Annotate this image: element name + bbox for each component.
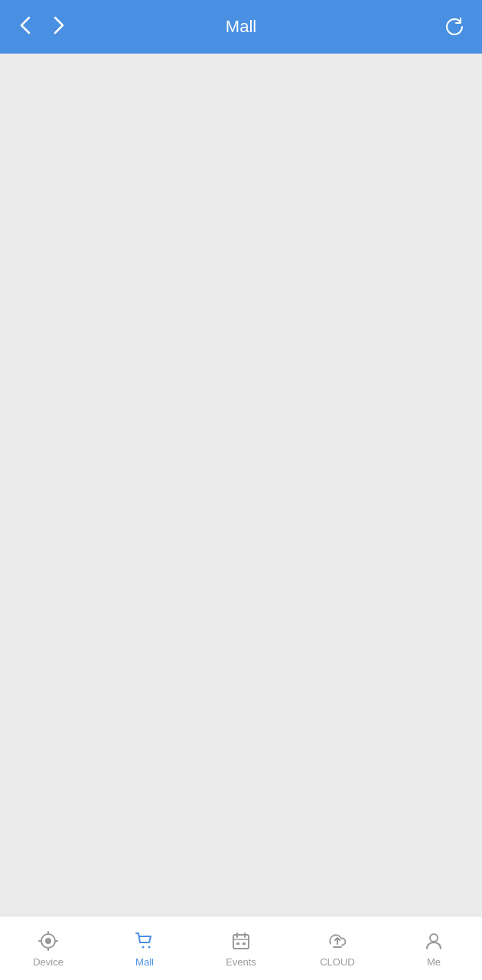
svg-point-7 [148, 946, 151, 948]
tab-cloud[interactable]: CLOUD [289, 916, 386, 980]
tab-me-label: Me [427, 956, 441, 968]
tab-bar: Device Mall Events [0, 916, 482, 980]
refresh-button[interactable] [441, 13, 468, 41]
svg-rect-13 [243, 942, 246, 945]
mall-icon [133, 929, 156, 952]
device-icon [37, 929, 60, 952]
main-content [0, 54, 482, 916]
svg-point-6 [142, 946, 145, 948]
page-title: Mall [226, 17, 256, 37]
header-nav [14, 11, 70, 42]
forward-button[interactable] [46, 11, 70, 42]
svg-point-15 [430, 934, 438, 942]
events-icon [230, 929, 252, 952]
tab-mall-label: Mall [135, 956, 154, 968]
refresh-icon [444, 16, 465, 38]
tab-cloud-label: CLOUD [320, 956, 355, 968]
tab-me[interactable]: Me [386, 916, 482, 980]
tab-device-label: Device [33, 956, 64, 968]
me-icon [422, 929, 445, 952]
tab-mall[interactable]: Mall [96, 916, 193, 980]
svg-rect-8 [233, 935, 249, 949]
header: Mall [0, 0, 482, 54]
tab-events-label: Events [226, 956, 256, 968]
cloud-icon [326, 929, 349, 952]
back-button[interactable] [14, 11, 38, 42]
svg-point-1 [45, 938, 51, 944]
tab-device[interactable]: Device [0, 916, 96, 980]
svg-rect-12 [236, 942, 239, 945]
tab-events[interactable]: Events [193, 916, 289, 980]
